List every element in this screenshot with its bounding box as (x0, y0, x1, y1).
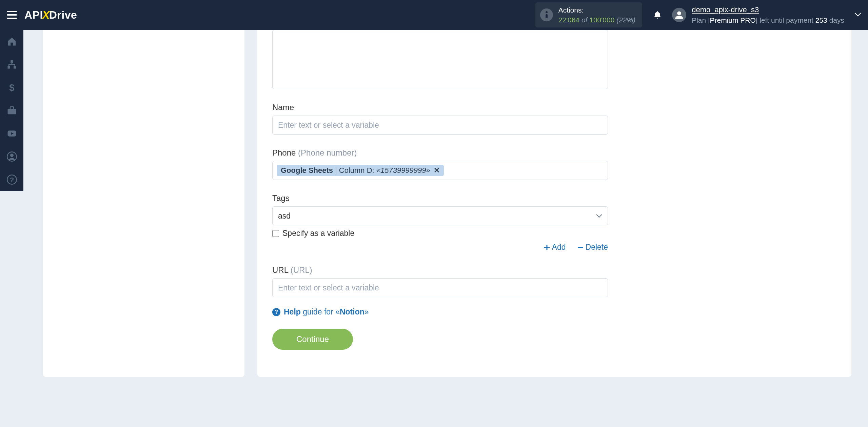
sidebar-item-billing[interactable]: $ (0, 76, 23, 99)
name-label: Name (272, 103, 836, 112)
tags-variable-checkbox[interactable] (272, 230, 279, 237)
question-circle-icon: ? (7, 175, 17, 185)
phone-label: Phone (Phone number) (272, 148, 836, 158)
svg-text:?: ? (9, 176, 14, 184)
add-tag-link[interactable]: Add (544, 243, 566, 252)
dollar-icon: $ (7, 82, 17, 93)
sidebar-item-account[interactable] (0, 145, 23, 168)
help-icon: ? (272, 308, 280, 316)
actions-usage-box[interactable]: Actions: 22'064 of 100'000 (22%) (535, 2, 643, 28)
tags-variable-label: Specify as a variable (282, 229, 354, 238)
svg-point-5 (677, 12, 681, 16)
user-text: demo_apix-drive_s3 Plan |Premium PRO| le… (692, 5, 844, 25)
url-label: URL (URL) (272, 265, 836, 275)
logo[interactable]: APIXDrive (24, 9, 77, 21)
user-name: demo_apix-drive_s3 (692, 5, 844, 15)
delete-tag-link[interactable]: Delete (577, 243, 608, 252)
svg-rect-0 (7, 11, 17, 12)
sidebar-item-video[interactable] (0, 122, 23, 145)
header-right: Actions: 22'064 of 100'000 (22%) demo_ap… (535, 0, 868, 30)
sidebar-item-connections[interactable] (0, 53, 23, 76)
svg-rect-10 (7, 109, 16, 114)
youtube-icon (7, 128, 17, 139)
bell-icon (653, 10, 662, 20)
remove-token-button[interactable]: ✕ (434, 166, 440, 175)
actions-label: Actions: (558, 5, 636, 15)
sidebar: $ ? (0, 30, 23, 191)
logo-part-api: API (24, 9, 43, 21)
help-guide-link[interactable]: ? Help guide for «Notion» (272, 307, 836, 317)
logo-part-drive: Drive (49, 9, 77, 21)
svg-rect-4 (546, 14, 548, 18)
actions-text: Actions: 22'064 of 100'000 (22%) (558, 5, 636, 25)
phone-input[interactable]: Google Sheets | Column D: «15739999999» … (272, 161, 608, 180)
url-input[interactable] (272, 278, 608, 297)
phone-variable-token[interactable]: Google Sheets | Column D: «15739999999» … (277, 165, 444, 176)
tags-value: asd (278, 211, 291, 221)
right-panel: Name Phone (Phone number) Google Sheets … (257, 30, 851, 377)
svg-rect-2 (7, 18, 17, 19)
sidebar-item-help[interactable]: ? (0, 168, 23, 191)
top-header: APIXDrive Actions: 22'064 of 100'000 (22… (0, 0, 868, 30)
user-menu-chevron[interactable] (854, 12, 861, 18)
svg-text:$: $ (9, 82, 14, 93)
sidebar-item-briefcase[interactable] (0, 99, 23, 122)
minus-icon (577, 244, 584, 250)
plus-icon (544, 244, 550, 250)
menu-toggle-button[interactable] (0, 0, 23, 30)
chevron-down-icon (854, 13, 861, 17)
svg-rect-7 (7, 66, 10, 69)
home-icon (7, 36, 17, 46)
content-textarea[interactable] (272, 30, 608, 89)
tags-variable-checkbox-row[interactable]: Specify as a variable (272, 229, 836, 238)
left-panel (43, 30, 244, 377)
tags-select[interactable]: asd (272, 206, 608, 225)
user-menu[interactable]: demo_apix-drive_s3 Plan |Premium PRO| le… (672, 5, 844, 25)
svg-point-13 (10, 154, 14, 157)
avatar-icon (672, 8, 686, 22)
main-area: Name Phone (Phone number) Google Sheets … (23, 30, 868, 427)
notifications-button[interactable] (649, 10, 666, 20)
logo-part-x: X (42, 9, 50, 21)
svg-rect-8 (14, 66, 16, 69)
user-circle-icon (7, 151, 17, 162)
svg-rect-1 (7, 14, 17, 16)
info-icon (540, 8, 553, 21)
hamburger-icon (7, 11, 17, 19)
name-input[interactable] (272, 116, 608, 135)
continue-button[interactable]: Continue (272, 329, 353, 350)
user-plan: Plan |Premium PRO| left until payment 25… (692, 15, 844, 25)
sidebar-item-home[interactable] (0, 30, 23, 53)
svg-point-3 (546, 11, 548, 13)
chevron-down-icon (596, 214, 602, 218)
svg-rect-6 (11, 60, 13, 63)
sitemap-icon (7, 59, 17, 69)
tags-actions: Add Delete (272, 243, 608, 252)
briefcase-icon (7, 105, 17, 116)
tags-label: Tags (272, 194, 836, 203)
actions-values: 22'064 of 100'000 (22%) (558, 15, 636, 25)
